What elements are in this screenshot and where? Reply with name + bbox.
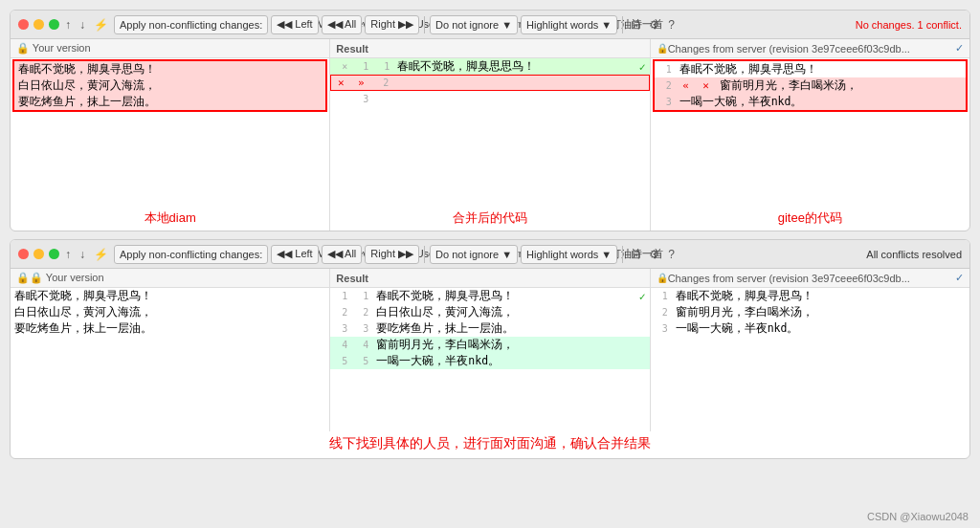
top-right-title: 🔒 Changes from server (revision 3e97ceee…	[651, 39, 969, 58]
br-line-2: 2 2 白日依山尽，黄河入海流，	[330, 304, 649, 320]
magic-btn[interactable]: ⚡	[91, 17, 111, 33]
help-btn[interactable]: ?	[665, 17, 678, 33]
rr-line-2: 2 窗前明月光，李白喝米汤，	[651, 304, 969, 320]
bottom-toolbar-relative: ↑ ↓ ⚡ Apply non-conflicting changes: ◀◀ …	[18, 245, 962, 264]
toolbar-left: ↑ ↓ ⚡ Apply non-conflicting changes: ◀◀ …	[18, 15, 678, 34]
top-right-x[interactable]: ✕	[697, 79, 716, 92]
bottom-annotation: 线下找到具体的人员，进行面对面沟通，确认合并结果	[11, 431, 969, 458]
top-toolbar: ↑ ↓ ⚡ Apply non-conflicting changes: ◀◀ …	[11, 11, 969, 39]
bottom-left-content: 春眠不觉晓，脚臭寻思鸟！ 白日依山尽，黄河入海流， 要吃烤鱼片，抹上一层油。	[11, 288, 329, 431]
bottom-toolbar: ↑ ↓ ⚡ Apply non-conflicting changes: ◀◀ …	[11, 240, 969, 269]
highlight-btn[interactable]: Highlight words ▼	[521, 15, 617, 34]
bottom-right-pane: 🔒 Changes from server (revision 3e97ceee…	[651, 269, 969, 431]
bottom-down-btn[interactable]: ↓	[77, 247, 88, 262]
top-result-pane: Result × 1 1 春眠不觉晓，脚臭思思鸟！ ✓ ✕ »	[330, 39, 650, 231]
bottom-toolbar-left: ↑ ↓ ⚡ Apply non-conflicting changes: ◀◀ …	[18, 245, 678, 264]
result-line-conflict: ✕ » 2	[330, 75, 649, 91]
top-left-title: 🔒 Your version	[11, 39, 329, 58]
ignore-btn[interactable]: Do not ignore ▼	[430, 15, 518, 34]
minimize-btn[interactable]	[33, 19, 44, 30]
bottom-right-btn[interactable]: Right ▶▶	[365, 245, 419, 264]
watermark: CSDN @Xiaowu2048	[867, 511, 969, 522]
top-left-conflict-box: 春眠不觉晓，脚臭寻思鸟！ 白日依山尽，黄河入海流， 要吃烤鱼片，抹上一层油。	[12, 59, 327, 112]
br-check-1: ✓	[639, 290, 646, 303]
bottom-right-title: 🔒 Changes from server (revision 3e97ceee…	[651, 269, 969, 288]
bottom-up-btn[interactable]: ↑	[62, 247, 74, 262]
bottom-result-pane: Result 1 1 春眠不觉晓，脚臭寻思鸟！ ✓ 2 2 白日依山尽，黄河入海…	[330, 269, 650, 431]
rr-line-1: 1 春眠不觉晓，脚臭寻思鸟！	[651, 288, 969, 304]
top-right-checkmark: ✓	[955, 42, 964, 55]
down-arrow-btn[interactable]: ↓	[77, 17, 88, 33]
bottom-window-controls	[18, 249, 59, 259]
conflict-arrows-btn[interactable]: »	[350, 77, 371, 89]
conflict-x-btn[interactable]: ✕	[331, 77, 350, 89]
bl-line-1: 春眠不觉晓，脚臭寻思鸟！	[11, 288, 329, 304]
br-line-4: 4 4 窗前明月光，李白喝米汤，	[330, 337, 649, 353]
top-left-content: 春眠不觉晓，脚臭寻思鸟！ 白日依山尽，黄河入海流， 要吃烤鱼片，抹上一层油。	[11, 58, 329, 206]
bottom-sep2	[622, 246, 623, 263]
bottom-right-content: 1 春眠不觉晓，脚臭寻思鸟！ 2 窗前明月光，李白喝米汤， 3 一喝一大碗，半夜…	[651, 288, 969, 431]
bottom-columns-btn[interactable]: ⊟	[628, 247, 643, 262]
rr-line-3: 3 一喝一大碗，半夜nkd。	[651, 320, 969, 337]
top-panel: ↑ ↓ ⚡ Apply non-conflicting changes: ◀◀ …	[10, 10, 970, 231]
top-left-line-3: 要吃烤鱼片，抹上一层油。	[14, 94, 325, 110]
bottom-apply-btn[interactable]: Apply non-conflicting changes:	[114, 245, 268, 264]
window-controls	[18, 19, 59, 30]
settings-btn[interactable]: ⚙	[646, 17, 662, 33]
bottom-highlight-btn[interactable]: Highlight words ▼	[521, 245, 617, 264]
right-btn[interactable]: Right ▶▶	[365, 15, 419, 34]
bottom-right-checkmark: ✓	[955, 272, 964, 284]
bottom-left-btn[interactable]: ◀◀ Left	[271, 245, 318, 264]
bottom-result-content: 1 1 春眠不觉晓，脚臭寻思鸟！ ✓ 2 2 白日依山尽，黄河入海流， 3 3 …	[330, 288, 649, 431]
bottom-maximize-btn[interactable]	[49, 249, 59, 259]
sep2	[622, 16, 623, 33]
all-btn[interactable]: ◀◀ All	[322, 15, 363, 34]
bottom-close-btn[interactable]	[18, 249, 29, 259]
toolbar-relative: ↑ ↓ ⚡ Apply non-conflicting changes: ◀◀ …	[18, 15, 962, 34]
bottom-merge-area: 🔒 🔒 Your version 春眠不觉晓，脚臭寻思鸟！ 白日依山尽，黄河入海…	[11, 269, 969, 431]
top-right-content: 1 春眠不觉晓，脚臭寻思鸟！ 2 « ✕ 窗前明月光，李白喝米汤， 3 一喝一大…	[651, 58, 969, 206]
top-right-line-3: 3 一喝一大碗，半夜nkd。	[655, 94, 966, 110]
bottom-help-btn[interactable]: ?	[665, 247, 678, 262]
br-line-1: 1 1 春眠不觉晓，脚臭寻思鸟！ ✓	[330, 288, 649, 304]
top-left-line-2: 白日依山尽，黄河入海流，	[14, 77, 325, 94]
top-result-title: Result	[330, 39, 649, 58]
top-right-line-1: 1 春眠不觉晓，脚臭寻思鸟！	[655, 61, 966, 77]
close-btn[interactable]	[18, 19, 29, 30]
top-right-label: gitee的代码	[651, 206, 969, 231]
bottom-minimize-btn[interactable]	[33, 249, 44, 259]
br-line-5: 5 5 一喝一大碗，半夜nkd。	[330, 353, 649, 369]
check-mark-1: ✓	[639, 60, 646, 74]
bottom-left-pane: 🔒 🔒 Your version 春眠不觉晓，脚臭寻思鸟！ 白日依山尽，黄河入海…	[11, 269, 330, 431]
bottom-status: All conflicts resolved	[866, 249, 962, 260]
top-left-pane: 🔒 Your version 春眠不觉晓，脚臭寻思鸟！ 白日依山尽，黄河入海流，…	[11, 39, 330, 231]
maximize-btn[interactable]	[49, 19, 59, 30]
top-right-conflict-box: 1 春眠不觉晓，脚臭寻思鸟！ 2 « ✕ 窗前明月光，李白喝米汤， 3 一喝一大…	[653, 59, 968, 112]
main-container: ↑ ↓ ⚡ Apply non-conflicting changes: ◀◀ …	[0, 0, 980, 528]
bottom-ignore-btn[interactable]: Do not ignore ▼	[430, 245, 518, 264]
bottom-sep1	[424, 246, 425, 263]
sep1	[424, 16, 425, 33]
left-btn[interactable]: ◀◀ Left	[271, 15, 318, 34]
top-result-content: × 1 1 春眠不觉晓，脚臭思思鸟！ ✓ ✕ » 2	[330, 58, 649, 206]
bottom-magic-btn[interactable]: ⚡	[91, 247, 111, 262]
top-left-label: 本地diam	[11, 206, 329, 231]
bl-line-2: 白日依山尽，黄河入海流，	[11, 304, 329, 320]
bl-line-3: 要吃烤鱼片，抹上一层油。	[11, 320, 329, 337]
br-line-3: 3 3 要吃烤鱼片，抹上一层油。	[330, 320, 649, 337]
apply-btn[interactable]: Apply non-conflicting changes:	[114, 15, 268, 34]
top-center-label: 合并后的代码	[330, 206, 649, 231]
top-left-line-1: 春眠不觉晓，脚臭寻思鸟！	[14, 61, 325, 77]
result-line-1: × 1 1 春眠不觉晓，脚臭思思鸟！ ✓	[330, 58, 649, 75]
columns-btn[interactable]: ⊟	[628, 17, 643, 33]
top-right-line-2: 2 « ✕ 窗前明月光，李白喝米汤，	[655, 77, 966, 94]
bottom-settings-btn[interactable]: ⚙	[646, 247, 662, 262]
bottom-all-btn[interactable]: ◀◀ All	[322, 245, 363, 264]
bottom-result-title: Result	[330, 269, 649, 288]
bottom-panel: ↑ ↓ ⚡ Apply non-conflicting changes: ◀◀ …	[10, 239, 970, 459]
top-status: No changes. 1 conflict.	[856, 19, 962, 31]
top-right-arrows[interactable]: «	[676, 79, 697, 92]
top-merge-area: 🔒 Your version 春眠不觉晓，脚臭寻思鸟！ 白日依山尽，黄河入海流，…	[11, 39, 969, 231]
top-right-pane: 🔒 Changes from server (revision 3e97ceee…	[651, 39, 969, 231]
up-arrow-btn[interactable]: ↑	[62, 17, 74, 33]
